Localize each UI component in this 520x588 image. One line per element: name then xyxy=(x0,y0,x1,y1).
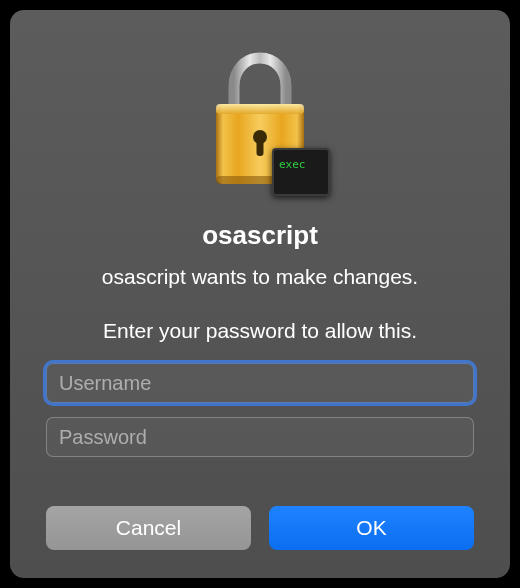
dialog-prompt: Enter your password to allow this. xyxy=(103,319,417,343)
badge-text: exec xyxy=(279,158,306,171)
terminal-exec-icon: exec xyxy=(272,148,330,196)
dialog-message: osascript wants to make changes. xyxy=(102,265,418,289)
ok-button[interactable]: OK xyxy=(269,506,474,550)
username-field[interactable] xyxy=(46,363,474,403)
dialog-icon-area: exec xyxy=(190,42,330,202)
password-field[interactable] xyxy=(46,417,474,457)
svg-rect-1 xyxy=(216,104,304,114)
dialog-title: osascript xyxy=(202,220,318,251)
svg-rect-4 xyxy=(257,140,264,156)
authentication-dialog: exec osascript osascript wants to make c… xyxy=(10,10,510,578)
cancel-button[interactable]: Cancel xyxy=(46,506,251,550)
button-row: Cancel OK xyxy=(46,506,474,550)
